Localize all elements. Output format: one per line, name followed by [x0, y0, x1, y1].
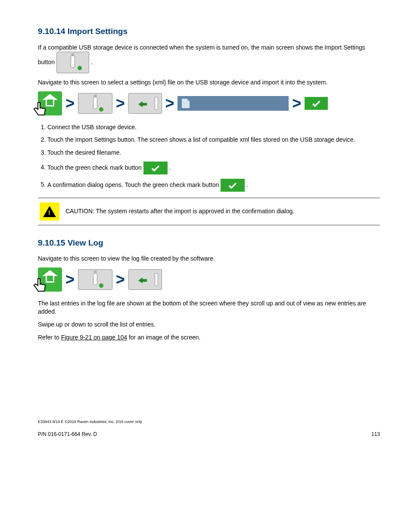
import-settings-button-inline[interactable] — [56, 52, 89, 73]
status-dot-icon — [99, 283, 103, 288]
footer-page: 113 — [371, 431, 380, 438]
step-4-pre: Touch the green check mark button — [47, 164, 143, 171]
status-dot-icon — [99, 107, 103, 112]
home-icon — [42, 94, 58, 100]
step-5-post: . — [246, 181, 248, 188]
footer-disclaimer: E33943 9/19 E ©2019 Raven Industries, In… — [38, 419, 380, 425]
home-icon — [42, 270, 58, 276]
intro-paragraph-2: Navigate to this screen to select a sett… — [38, 78, 380, 87]
nav-path-row-2: > > — [38, 268, 380, 292]
step-4: Touch the green check mark button . — [47, 162, 380, 174]
section-title-viewlog: 9.10.15 View Log — [38, 237, 380, 249]
usb-small-icon — [155, 97, 158, 110]
chevron-right-icon: > — [165, 93, 174, 114]
confirm-button-inline-2[interactable] — [221, 179, 245, 192]
step-4-post: . — [169, 164, 171, 171]
document-icon — [182, 99, 190, 108]
viewlog-p3-link[interactable]: Figure 9-21 on page 104 — [61, 334, 127, 341]
viewlog-p3-pre: Refer to — [38, 334, 61, 341]
usb-icon — [93, 97, 97, 109]
steps-list: Connect the USB storage device. Touch th… — [47, 123, 380, 192]
import-button[interactable] — [128, 93, 162, 114]
chevron-right-icon: > — [292, 93, 301, 114]
step-3: Touch the desired filename. — [47, 149, 380, 157]
step-5: A confirmation dialog opens. Touch the g… — [47, 179, 380, 192]
viewlog-p3: Refer to Figure 9-21 on page 104 for an … — [38, 333, 380, 342]
confirm-button[interactable] — [305, 97, 328, 110]
pointer-hand-icon — [30, 276, 49, 295]
caution-text: CAUTION: The system restarts after the i… — [65, 207, 294, 216]
check-icon — [151, 165, 160, 172]
check-icon — [311, 100, 321, 108]
chevron-right-icon: > — [65, 269, 75, 290]
chevron-right-icon: > — [116, 269, 125, 290]
intro-paragraph-1: If a compatible USB storage device is co… — [38, 44, 380, 74]
usb-icon — [93, 273, 97, 285]
check-icon — [228, 182, 237, 190]
chevron-right-icon: > — [65, 93, 75, 114]
file-list-item[interactable] — [177, 96, 289, 111]
pointer-hand-icon — [30, 100, 49, 119]
footer-pn: P/N 016-0171-664 Rev. D — [38, 431, 97, 438]
import-button[interactable] — [128, 269, 162, 290]
viewlog-p3-post: for an image of the screen. — [127, 334, 200, 341]
usb-settings-button[interactable] — [78, 269, 112, 290]
usb-small-icon — [155, 273, 158, 286]
page-footer: P/N 016-0171-664 Rev. D 113 — [38, 431, 380, 438]
arrow-left-icon — [138, 101, 143, 107]
chevron-right-icon: > — [116, 93, 125, 114]
section-title-import: 9.10.14 Import Settings — [38, 26, 380, 37]
viewlog-p2: Swipe up or down to scroll the list of e… — [38, 320, 380, 329]
step-2: Touch the Import Settings button. The sc… — [47, 136, 380, 144]
usb-settings-button[interactable] — [78, 93, 112, 114]
confirm-button-inline[interactable] — [143, 162, 168, 174]
caution-bar: CAUTION: The system restarts after the i… — [38, 198, 380, 225]
status-dot-icon — [78, 66, 82, 70]
viewlog-intro: Navigate to this screen to view the log … — [38, 255, 380, 263]
step-1: Connect the USB storage device. — [47, 123, 380, 132]
intro-text-1-post: . — [91, 59, 93, 65]
nav-path-row-1: > > > > — [38, 91, 380, 115]
usb-icon — [71, 56, 75, 68]
warning-icon — [40, 202, 59, 221]
viewlog-p1: The last entries in the log file are sho… — [38, 299, 380, 316]
arrow-left-icon — [138, 277, 143, 283]
step-5-pre: A confirmation dialog opens. Touch the g… — [47, 181, 221, 188]
